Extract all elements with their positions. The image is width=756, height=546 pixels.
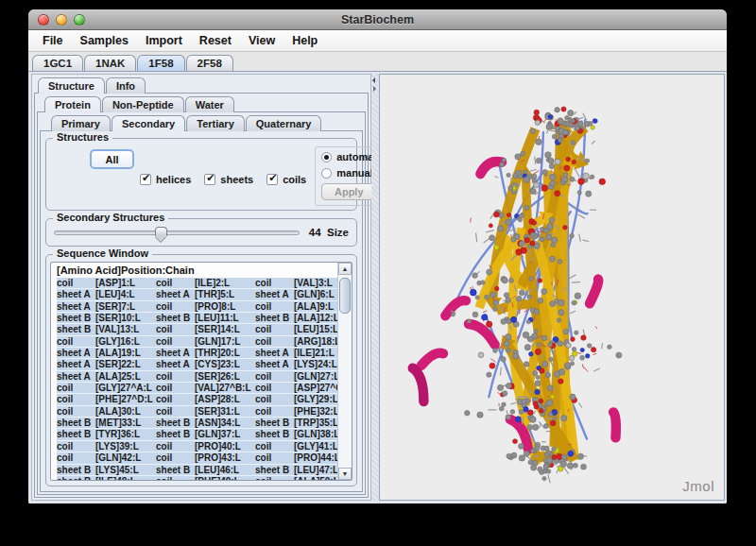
carbon-atom xyxy=(485,295,490,299)
collapse-right-icon[interactable] xyxy=(373,86,376,92)
carbon-atom xyxy=(524,345,530,350)
coils-checkbox[interactable] xyxy=(266,174,278,185)
carbon-atom xyxy=(568,111,574,116)
oxygen-atom xyxy=(535,349,541,354)
tab-tertiary[interactable]: Tertiary xyxy=(186,115,245,131)
sequence-row[interactable]: sheet B[SER]10:Lsheet B[LEU]11:Lsheet B[… xyxy=(57,313,337,324)
manual-radio[interactable] xyxy=(321,168,332,179)
residue-type: sheet A xyxy=(255,348,294,358)
carbon-atom xyxy=(538,343,541,347)
carbon-atom xyxy=(493,300,499,306)
residue-id: [PRO]43:L xyxy=(195,452,241,463)
sequence-row[interactable]: coil[GLN]42:Lcoil[PRO]43:Lcoil[PRO]44:L xyxy=(57,452,337,464)
sequence-row[interactable]: sheet A[SER]7:Lcoil[PRO]8:Lcoil[ALA]9:L xyxy=(57,301,337,313)
tab-quaternary[interactable]: Quaternary xyxy=(246,115,322,131)
residue-id: [PHE]27^D:L xyxy=(95,394,153,404)
sequence-row[interactable]: sheet B[TYR]36:Lsheet B[GLN]37:Lsheet B[… xyxy=(57,429,337,440)
scroll-up-icon[interactable]: ▲ xyxy=(338,263,352,275)
residue-id: [GLY]29:L xyxy=(294,394,337,404)
tab-non-peptide[interactable]: Non-Peptide xyxy=(102,96,184,112)
pdb-tab-1gc1[interactable]: 1GC1 xyxy=(32,55,83,71)
sequence-row[interactable]: coil[LYS]39:Lcoil[PRO]40:Lcoil[GLY]41:L xyxy=(57,441,337,452)
menu-samples[interactable]: Samples xyxy=(72,32,137,49)
sequence-row[interactable]: sheet B[MET]33:Lsheet B[ASN]34:Lsheet B[… xyxy=(57,418,337,429)
apply-button[interactable]: Apply xyxy=(321,183,376,200)
bond-stick xyxy=(574,111,576,114)
sequence-row[interactable]: sheet B[ILE]48:Lcoil[PHE]49:Lcoil[ALA]50… xyxy=(57,476,337,480)
pdb-tab-1nak[interactable]: 1NAK xyxy=(84,55,136,71)
carbon-atom xyxy=(472,273,478,279)
sequence-row[interactable]: sheet A[SER]22:Lsheet A[CYS]23:Lsheet A[… xyxy=(57,359,337,370)
residue-type: sheet B xyxy=(57,465,95,475)
scroll-down-icon[interactable]: ▼ xyxy=(338,468,352,480)
sequence-row[interactable]: sheet B[LYS]45:Lsheet B[LEU]46:Lsheet B[… xyxy=(57,465,337,476)
residue-id: [PRO]40:L xyxy=(195,441,241,452)
carbon-atom xyxy=(499,213,505,218)
sequence-row[interactable]: sheet A[LEU]4:Lsheet A[THR]5:Lsheet A[GL… xyxy=(57,289,337,300)
residue-type: coil xyxy=(255,441,294,452)
sheets-checkbox[interactable] xyxy=(204,174,215,185)
tab-water[interactable]: Water xyxy=(185,96,234,112)
menu-import[interactable]: Import xyxy=(137,32,191,49)
sequence-row[interactable]: coil[ASP]1:Lcoil[ILE]2:Lcoil[VAL]3:L xyxy=(57,278,337,289)
carbon-atom xyxy=(524,170,527,174)
carbon-atom xyxy=(524,177,529,182)
size-slider[interactable] xyxy=(54,230,300,235)
structure-pane: ProteinNon-PeptideWater PrimarySecondary… xyxy=(34,93,369,498)
sequence-row[interactable]: coil[ALA]30:Lcoil[SER]31:Lcoil[PHE]32:L xyxy=(57,406,337,418)
tab-secondary[interactable]: Secondary xyxy=(112,115,185,131)
carbon-atom xyxy=(608,345,612,350)
scrollbar-track[interactable] xyxy=(338,275,352,468)
all-button[interactable]: All xyxy=(90,149,134,169)
helix-ribbon xyxy=(613,412,616,437)
oxygen-atom xyxy=(507,213,510,216)
carbon-atom xyxy=(570,362,574,366)
sequence-row[interactable]: coil[PHE]27^D:Lcoil[ASP]28:Lcoil[GLY]29:… xyxy=(57,394,337,405)
sequence-row[interactable]: coil[GLY]16:Lcoil[GLN]17:Lcoil[ARG]18:L xyxy=(57,336,337,348)
residue-id: [LEU]46:L xyxy=(195,465,239,475)
sequence-scrollbar[interactable]: ▲ ▼ xyxy=(337,263,352,480)
carbon-atom xyxy=(524,362,529,367)
bond-stick xyxy=(592,141,594,145)
automatic-radio[interactable] xyxy=(321,152,332,162)
split-divider[interactable] xyxy=(371,74,379,501)
sequence-row[interactable]: sheet B[VAL]13:Lcoil[SER]14:Lcoil[LEU]15… xyxy=(57,324,337,335)
carbon-atom xyxy=(519,455,524,461)
menu-file[interactable]: File xyxy=(34,32,72,49)
sequence-row[interactable]: sheet A[ALA]19:Lsheet A[THR]20:Lsheet A[… xyxy=(57,348,337,359)
size-slider-thumb[interactable] xyxy=(155,227,167,236)
atom xyxy=(583,173,590,179)
tab-primary[interactable]: Primary xyxy=(51,115,111,131)
menu-view[interactable]: View xyxy=(240,32,284,49)
carbon-atom xyxy=(580,355,585,360)
sequence-row[interactable]: coil[GLY]27^A:Lcoil[VAL]27^B:Lcoil[ASP]2… xyxy=(57,383,337,394)
bond-stick xyxy=(569,275,576,279)
bond-stick xyxy=(583,330,585,336)
helices-checkbox[interactable] xyxy=(140,174,151,185)
title-bar[interactable]: StarBiochem xyxy=(28,9,727,30)
protein-structure-render[interactable] xyxy=(380,75,724,500)
close-button[interactable] xyxy=(38,14,49,26)
menu-help[interactable]: Help xyxy=(284,32,326,49)
collapse-left-icon[interactable] xyxy=(372,77,375,83)
tab-info[interactable]: Info xyxy=(106,77,146,94)
jmol-watermark: Jmol xyxy=(682,478,714,494)
bond-stick xyxy=(535,157,536,165)
menu-reset[interactable]: Reset xyxy=(191,32,240,49)
carbon-atom xyxy=(506,383,511,388)
tab-structure[interactable]: Structure xyxy=(38,77,105,94)
sequence-row[interactable]: sheet A[ALA]25:Lcoil[SER]26:Lcoil[GLN]27… xyxy=(57,371,337,383)
pdb-tab-2f58[interactable]: 2F58 xyxy=(186,55,233,71)
secondary-pane: Structures All helicessheetscoils automa… xyxy=(40,130,363,492)
zoom-button[interactable] xyxy=(74,14,85,26)
carbon-atom xyxy=(517,296,522,300)
scrollbar-thumb[interactable] xyxy=(339,278,351,314)
minimize-button[interactable] xyxy=(56,14,67,26)
sequence-list[interactable]: [Amino Acid]Position:Chain coil[ASP]1:Lc… xyxy=(51,263,337,480)
tab-protein[interactable]: Protein xyxy=(44,96,101,112)
helix-ribbon xyxy=(421,353,443,366)
residue-id: [ASP]1:L xyxy=(95,278,135,288)
pdb-tab-1f58[interactable]: 1F58 xyxy=(137,55,184,71)
jmol-viewer[interactable]: Jmol xyxy=(379,74,725,501)
nitrogen-atom xyxy=(482,315,488,320)
